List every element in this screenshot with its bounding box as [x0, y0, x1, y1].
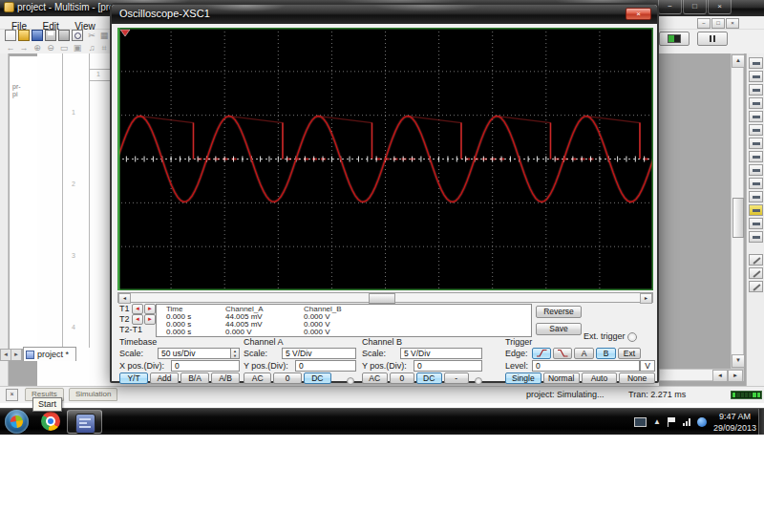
component-icon[interactable]: ⌗ — [98, 42, 110, 53]
print-icon[interactable] — [58, 30, 70, 41]
wattmeter-button[interactable] — [749, 84, 763, 96]
word-generator-button[interactable] — [749, 151, 763, 162]
t2-left-icon[interactable]: ◄ — [132, 314, 143, 325]
scroll-down-icon[interactable]: ▼ — [732, 354, 745, 368]
bode-plotter-button[interactable] — [749, 124, 763, 136]
trigger-normal-button[interactable]: Normal — [543, 372, 580, 384]
tray-update-icon[interactable] — [697, 417, 707, 427]
scope-scroll-right-icon[interactable]: ► — [640, 293, 652, 304]
channel-a-ypos-input[interactable]: 0 — [295, 360, 356, 372]
cut-icon[interactable]: ✂ — [86, 30, 97, 41]
mdi-minimize-icon[interactable]: − — [697, 18, 711, 29]
zoom-fit-icon[interactable]: ▣ — [72, 42, 83, 53]
sheet-tab-project[interactable]: project * — [23, 347, 76, 361]
channel-b-dc-button[interactable]: DC — [416, 372, 442, 384]
spectrum-analyzer-button[interactable] — [749, 218, 763, 229]
timebase-scale-input[interactable]: 50 us/Div — [158, 348, 231, 359]
sheet-tab-scroll-right-icon[interactable]: ► — [11, 349, 22, 361]
function-generator-button[interactable] — [749, 71, 763, 82]
iv-analyzer-button[interactable] — [749, 191, 763, 202]
timebase-spinner[interactable]: ▲▼ — [231, 348, 240, 359]
scope-scrollbar[interactable]: ◄ ► — [117, 292, 653, 303]
redo-icon[interactable]: → — [18, 42, 30, 53]
ab-mode-button[interactable]: A/B — [211, 372, 240, 384]
close-icon[interactable]: × — [708, 0, 732, 14]
trigger-ext-button[interactable]: Ext — [618, 348, 641, 359]
new-file-icon[interactable] — [5, 30, 16, 41]
t1-left-icon[interactable]: ◄ — [132, 304, 143, 314]
reverse-button[interactable]: Reverse — [536, 306, 582, 318]
frequency-counter-button[interactable] — [749, 138, 763, 149]
vertical-scroll-thumb[interactable] — [732, 198, 744, 238]
tray-network-icon[interactable] — [683, 418, 690, 426]
undo-icon[interactable]: ← — [5, 42, 16, 53]
channel-b-minus-button[interactable]: - — [444, 372, 470, 384]
grapher-icon[interactable]: ♫ — [86, 42, 97, 53]
trigger-auto-button[interactable]: Auto — [582, 372, 618, 384]
logic-converter-button[interactable] — [749, 178, 763, 189]
oscilloscope-close-icon[interactable]: × — [626, 8, 651, 20]
multimeter-button[interactable] — [749, 57, 763, 69]
tray-action-center-icon[interactable] — [668, 417, 676, 427]
channel-b-scale-input[interactable]: 5 V/Div — [400, 348, 482, 359]
channel-b-zero-button[interactable]: 0 — [390, 372, 415, 384]
t1-right-icon[interactable]: ► — [144, 304, 156, 314]
spreadsheet-close-icon[interactable]: × — [6, 389, 18, 401]
trigger-a-button[interactable]: A — [574, 348, 594, 359]
scroll-up-icon[interactable]: ▲ — [732, 54, 745, 68]
scope-scroll-thumb[interactable] — [369, 293, 395, 304]
chrome-taskbar-button[interactable] — [36, 410, 66, 434]
trigger-single-button[interactable]: Single — [505, 372, 541, 384]
multisim-taskbar-button[interactable] — [67, 410, 102, 434]
save-icon[interactable] — [45, 30, 56, 41]
trigger-b-button[interactable]: B — [596, 348, 616, 359]
tray-show-hidden-icon[interactable]: ▲ — [653, 418, 661, 426]
oscilloscope-button[interactable] — [749, 97, 763, 109]
open-file-icon[interactable] — [18, 30, 30, 41]
scroll-left-icon[interactable]: ◄ — [712, 370, 728, 382]
print-preview-icon[interactable] — [72, 30, 83, 41]
tray-display-icon[interactable] — [634, 417, 647, 427]
save-button[interactable]: Save — [536, 323, 582, 335]
four-channel-scope-button[interactable] — [749, 111, 763, 122]
t2-right-icon[interactable]: ► — [144, 314, 156, 325]
trigger-rising-edge-button[interactable] — [532, 348, 551, 359]
labview-instrument-button[interactable] — [749, 281, 763, 292]
tab-simulation[interactable]: Simulation — [69, 388, 117, 401]
channel-a-ac-button[interactable]: AC — [244, 372, 271, 384]
open-sample-icon[interactable] — [32, 30, 43, 41]
channel-a-dc-button[interactable]: DC — [304, 372, 331, 384]
vertical-scrollbar[interactable]: ▲ ▼ — [731, 53, 744, 369]
zoom-out-icon[interactable]: ⊖ — [45, 42, 56, 53]
scope-scroll-left-icon[interactable]: ◄ — [118, 293, 131, 304]
scroll-right-icon[interactable]: ► — [728, 370, 743, 382]
channel-a-scale-input[interactable]: 5 V/Div — [282, 348, 356, 359]
mdi-close-icon[interactable]: × — [726, 18, 739, 29]
logic-analyzer-button[interactable] — [749, 164, 763, 176]
taskbar-clock[interactable]: 9:47 AM 29/09/2013 — [713, 411, 756, 434]
minimize-icon[interactable]: − — [658, 0, 682, 14]
timebase-xpos-input[interactable]: 0 — [171, 360, 240, 372]
maximize-icon[interactable]: □ — [683, 0, 707, 14]
trigger-falling-edge-button[interactable] — [553, 348, 572, 359]
ba-mode-button[interactable]: B/A — [180, 372, 209, 384]
horizontal-scrollbar[interactable]: ◄ ► — [659, 369, 744, 381]
trigger-none-button[interactable]: None — [619, 372, 655, 384]
show-desktop-button[interactable] — [758, 409, 764, 435]
channel-a-zero-button[interactable]: 0 — [273, 372, 301, 384]
start-button[interactable] — [5, 410, 29, 434]
trigger-level-input[interactable]: 0 — [532, 360, 640, 372]
channel-b-ac-button[interactable]: AC — [362, 372, 388, 384]
mdi-restore-icon[interactable]: □ — [711, 18, 725, 29]
oscilloscope-titlebar[interactable]: Oscilloscope-XSC1 × — [112, 5, 657, 24]
current-probe-button[interactable] — [749, 267, 763, 279]
zoom-area-icon[interactable]: ▭ — [58, 42, 70, 53]
zoom-in-icon[interactable]: ⊕ — [32, 42, 43, 53]
channel-b-ypos-input[interactable]: 0 — [414, 360, 482, 372]
distortion-analyzer-button[interactable] — [749, 204, 763, 216]
add-mode-button[interactable]: Add — [150, 372, 179, 384]
measurement-probe-button[interactable] — [749, 254, 763, 266]
copy-icon[interactable]: ▦ — [98, 30, 110, 41]
yt-mode-button[interactable]: Y/T — [119, 372, 148, 384]
network-analyzer-button[interactable] — [749, 231, 763, 243]
